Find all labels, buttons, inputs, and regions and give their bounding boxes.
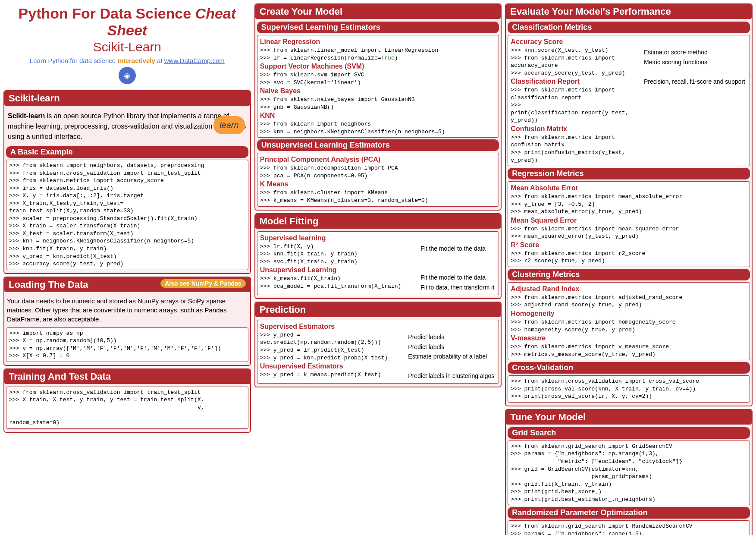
knn-title: KNN [260, 112, 496, 120]
prediction-section: Prediction Supervised Estimators >>> y_p… [254, 302, 502, 387]
scikit-learn-section: Scikit-learn Scikit-learn is an open sou… [3, 90, 251, 274]
training-data-section: Training And Test Data >>> from sklearn.… [3, 368, 251, 433]
tagline: Learn Python for data science Interactiv… [3, 57, 251, 64]
sklearn-logo-icon: learn [213, 116, 245, 134]
create-model-section: Create Your Model Supervised Learning Es… [254, 3, 502, 211]
model-fitting-section: Model Fitting Supervised learning >>> lr… [254, 213, 502, 299]
evaluate-section: Evaluate Your Model's Performance Classi… [505, 3, 753, 406]
loading-code: >>> import numpy as np >>> X = np.random… [9, 330, 245, 360]
datacamp-icon: ◈ [119, 67, 136, 84]
page-title: Python For Data Science Cheat Sheet [3, 5, 251, 39]
training-code: >>> from sklearn.cross_validation import… [9, 389, 245, 427]
kmeans-title: K Means [260, 180, 496, 188]
datacamp-link[interactable]: www.DataCamp.com [164, 57, 225, 64]
svm-title: Support Vector Machines (SVM) [260, 63, 496, 70]
header: Python For Data Science Cheat Sheet Scik… [3, 3, 251, 88]
linreg-title: Linear Regression [260, 38, 496, 46]
tune-section: Tune Your Model Grid Search >>> from skl… [505, 409, 753, 535]
also-see-badge: Also see NumPy & Pandas [160, 279, 245, 288]
nb-title: Naive Bayes [260, 87, 496, 95]
section-title: Scikit-learn [4, 91, 250, 106]
page-subtitle: Scikit-Learn [3, 40, 251, 54]
basic-example-head: A Basic Example [6, 146, 248, 158]
loading-para: Your data needs to be numeric and stored… [6, 295, 248, 326]
loading-data-section: Loading The Data Also see NumPy & Pandas… [3, 277, 251, 366]
basic-example-code: >>> from sklearn import neighbors, datas… [9, 162, 245, 268]
pca-title: Principal Component Analysis (PCA) [260, 156, 496, 164]
